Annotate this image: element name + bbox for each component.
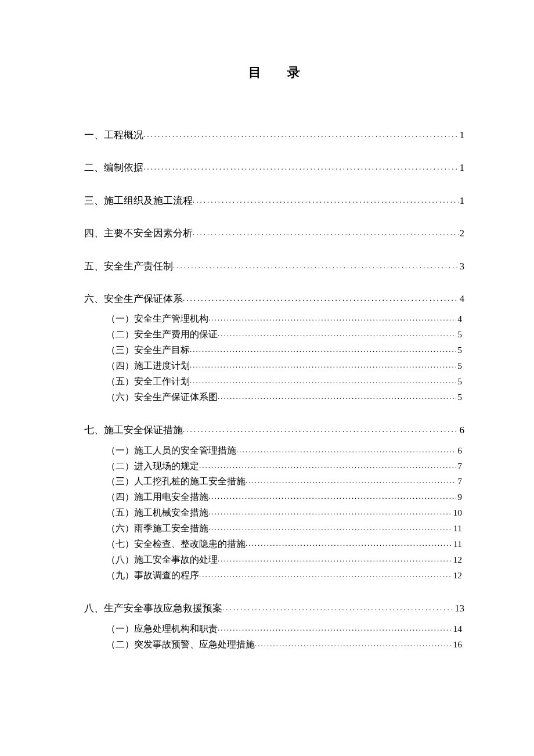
toc-level1-entry: 八、生产安全事故应急救援预案13: [84, 601, 464, 616]
toc-leader-dots: [218, 327, 456, 341]
toc-entry-page: 5: [456, 374, 464, 390]
toc-level2-entry: （一）施工人员的安全管理措施6: [84, 443, 464, 459]
toc-entry-page: 11: [452, 537, 464, 552]
toc-leader-dots: [246, 537, 452, 550]
toc-entry-label: （九）事故调查的程序: [106, 568, 199, 584]
toc-level1-entry: 七、施工安全保证措施6: [84, 423, 464, 438]
toc-leader-dots: [190, 359, 456, 372]
toc-entry-label: （三）人工挖孔桩的施工安全措施: [106, 474, 246, 489]
toc-level2-entry: （一）安全生产管理机构4: [84, 311, 464, 327]
toc-entry-page: 4: [459, 291, 464, 307]
toc-leader-dots: [208, 490, 456, 503]
toc-level2-group: （一）应急处理机构和职责 14（二）突发事故预警、应急处理措施 16: [84, 621, 464, 653]
toc-leader-dots: [193, 195, 459, 207]
toc-entry-page: 2: [459, 226, 464, 241]
toc-entry-label: （五）施工机械安全措施: [106, 505, 208, 521]
toc-entry-page: 5: [456, 358, 464, 374]
toc-level1-entry: 三、施工组织及施工流程1: [84, 193, 464, 208]
toc-level2-entry: （五）施工机械安全措施10: [84, 505, 464, 521]
toc-entry-page: 12: [452, 552, 465, 568]
toc-entry-label: （三）安全生产目标: [106, 343, 190, 358]
toc-level2-group: （一）安全生产管理机构4（二）安全生产费用的保证 5（三）安全生产目标 5（四）…: [84, 311, 464, 405]
toc-level1-entry: 五、安全生产责任制3: [84, 259, 464, 274]
toc-level2-entry: （二）进入现场的规定 7: [84, 459, 464, 474]
toc-entry-page: 4: [456, 311, 464, 327]
toc-entry-label: （四）施工用电安全措施: [106, 489, 208, 505]
toc-entry-page: 1: [459, 160, 464, 175]
toc-entry-label: （七）安全检查、整改隐患的措施: [106, 537, 246, 552]
toc-leader-dots: [199, 568, 452, 582]
toc-level2-entry: （七）安全检查、整改隐患的措施11: [84, 537, 464, 552]
toc-entry-label: （一）施工人员的安全管理措施: [106, 443, 236, 459]
toc-entry-page: 14: [452, 621, 465, 637]
toc-entry-label: （四）施工进度计划: [106, 358, 190, 374]
toc-leader-dots: [183, 293, 459, 305]
toc-entry-page: 9: [456, 489, 464, 505]
toc-entry-label: 八、生产安全事故应急救援预案: [84, 601, 222, 616]
toc-leader-dots: [208, 521, 452, 535]
toc-entry-page: 11: [452, 521, 464, 537]
toc-leader-dots: [236, 444, 456, 457]
toc-leader-dots: [255, 638, 452, 651]
toc-entry-page: 1: [459, 193, 464, 208]
toc-entry-page: 7: [456, 474, 464, 489]
toc-entry-label: 五、安全生产责任制: [84, 259, 173, 274]
toc-leader-dots: [218, 622, 452, 635]
toc-level2-entry: （六）安全生产保证体系图 5: [84, 390, 464, 405]
toc-entry-page: 16: [452, 637, 465, 653]
toc-level2-entry: （三）安全生产目标 5: [84, 343, 464, 358]
toc-entry-label: 七、施工安全保证措施: [84, 423, 183, 438]
toc-level1-entry: 二、编制依据1: [84, 160, 464, 175]
toc-entry-label: （二）突发事故预警、应急处理措施: [106, 637, 255, 653]
toc-entry-label: （八）施工安全事故的处理: [106, 552, 218, 568]
toc-leader-dots: [208, 312, 456, 325]
toc-entry-page: 7: [456, 459, 464, 474]
toc-entry-label: 一、工程概况: [84, 128, 143, 143]
toc-entry-label: （五）安全工作计划: [106, 374, 190, 390]
toc-level2-entry: （五）安全工作计划 5: [84, 374, 464, 390]
toc-entry-page: 10: [452, 505, 465, 521]
toc-leader-dots: [143, 161, 459, 174]
toc-level2-entry: （九）事故调查的程序 12: [84, 568, 464, 584]
toc-entry-page: 5: [456, 343, 464, 358]
toc-leader-dots: [183, 424, 459, 436]
toc-leader-dots: [193, 227, 459, 239]
toc-entry-label: （一）应急处理机构和职责: [106, 621, 218, 637]
toc-leader-dots: [218, 553, 452, 566]
toc-level2-group: （一）施工人员的安全管理措施6（二）进入现场的规定 7（三）人工挖孔桩的施工安全…: [84, 443, 464, 584]
toc-entry-label: （六）雨季施工安全措施: [106, 521, 208, 537]
toc-entry-page: 5: [456, 390, 464, 405]
toc-entry-label: （六）安全生产保证体系图: [106, 390, 218, 405]
toc-level1-entry: 六、安全生产保证体系4: [84, 291, 464, 307]
toc-level2-entry: （四）施工用电安全措施9: [84, 489, 464, 505]
toc-entry-page: 13: [454, 601, 465, 616]
toc-entry-page: 6: [459, 423, 464, 438]
toc-entry-label: （二）安全生产费用的保证: [106, 327, 218, 343]
toc-level2-entry: （六）雨季施工安全措施11: [84, 521, 464, 537]
toc-level2-entry: （二）突发事故预警、应急处理措施 16: [84, 637, 464, 653]
toc-leader-dots: [143, 129, 459, 141]
toc-entry-label: 二、编制依据: [84, 160, 143, 175]
toc-entry-page: 3: [459, 259, 464, 274]
page-title: 目 录: [84, 64, 464, 81]
toc-list: 一、工程概况1二、编制依据1三、施工组织及施工流程1四、主要不安全因素分析2五、…: [84, 128, 464, 653]
toc-leader-dots: [218, 390, 456, 404]
toc-level2-entry: （一）应急处理机构和职责 14: [84, 621, 464, 637]
toc-page: 目 录 一、工程概况1二、编制依据1三、施工组织及施工流程1四、主要不安全因素分…: [0, 0, 534, 711]
toc-entry-label: （一）安全生产管理机构: [106, 311, 208, 327]
toc-level1-entry: 一、工程概况1: [84, 128, 464, 143]
toc-level2-entry: （二）安全生产费用的保证 5: [84, 327, 464, 343]
toc-entry-label: 六、安全生产保证体系: [84, 291, 183, 307]
toc-entry-page: 5: [456, 327, 464, 343]
toc-entry-page: 12: [452, 568, 465, 584]
toc-leader-dots: [208, 506, 452, 519]
toc-level1-entry: 四、主要不安全因素分析2: [84, 226, 464, 241]
toc-leader-dots: [246, 474, 456, 488]
toc-leader-dots: [190, 375, 456, 388]
toc-leader-dots: [199, 459, 456, 473]
toc-entry-page: 6: [456, 443, 464, 459]
toc-leader-dots: [173, 260, 459, 272]
toc-entry-label: 四、主要不安全因素分析: [84, 226, 193, 241]
toc-entry-page: 1: [459, 128, 464, 143]
toc-level2-entry: （四）施工进度计划 5: [84, 358, 464, 374]
